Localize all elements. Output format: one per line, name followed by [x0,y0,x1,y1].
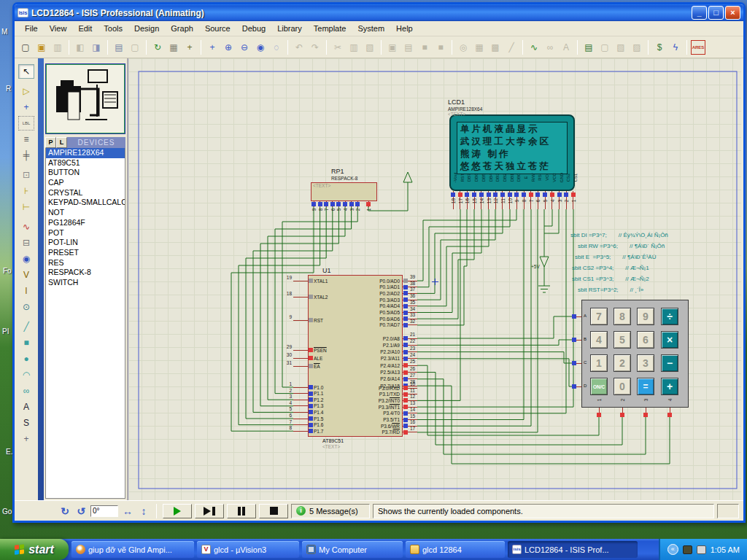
menu-source[interactable]: Source [199,23,236,34]
menu-file[interactable]: File [19,23,44,34]
undo-icon[interactable]: ↶ [292,40,306,55]
device-item-crystal[interactable]: CRYSTAL [46,188,125,198]
keypad-key-÷[interactable]: ÷ [661,308,678,325]
keypad-key-−[interactable]: − [661,354,678,372]
keypad-key-=[interactable]: = [637,378,654,395]
tray-device-icon[interactable] [697,545,706,554]
device-item-pg12864f[interactable]: PG12864F [46,218,125,228]
bill-of-materials-icon[interactable]: $ [652,40,667,55]
flip-vertical-icon[interactable]: ↕ [137,505,150,517]
device-item-ampire128x64[interactable]: AMPIRE128X64 [46,148,125,158]
netlist-to-ares-icon[interactable]: ARES [691,40,705,55]
current-probe-icon[interactable]: I [18,284,34,298]
message-indicator[interactable]: i 5 Message(s) [291,504,370,518]
redraw-icon[interactable]: ↻ [150,40,165,55]
device-item-preset[interactable]: PRESET [46,248,125,258]
packaging-tool-icon[interactable]: ▩ [488,40,503,55]
desktop-icon-label[interactable]: M [1,28,7,36]
step-button[interactable] [195,504,224,518]
new-sheet-icon[interactable]: ▢ [597,40,612,55]
origin-icon[interactable]: + [182,40,197,55]
keypad-key-ON/C[interactable]: ON/C [590,378,608,395]
2d-symbol-icon[interactable]: S [18,416,34,430]
menu-system[interactable]: System [352,23,390,34]
junction-dot-icon[interactable]: + [18,100,34,114]
wire-label-icon[interactable]: LBL [18,116,34,131]
start-button[interactable]: start [0,539,69,560]
menu-template[interactable]: Template [308,23,352,34]
maximize-button[interactable]: □ [708,6,724,20]
2d-text-icon[interactable]: A [18,400,34,414]
menu-debug[interactable]: Debug [236,23,271,34]
text-script-icon[interactable]: ≡ [18,132,34,147]
keypad-key-5[interactable]: 5 [614,331,631,349]
keypad-key-6[interactable]: 6 [637,331,654,349]
menu-edit[interactable]: Edit [72,23,98,34]
zoom-area-icon[interactable]: ◌ [269,40,284,55]
bus-icon[interactable]: ╪ [18,148,34,163]
pick-devices-button[interactable]: P [45,137,56,148]
play-button[interactable] [163,504,192,518]
keypad-key-9[interactable]: 9 [637,308,654,325]
menu-help[interactable]: Help [390,23,419,34]
goto-sheet-icon[interactable]: ▨ [630,40,644,55]
tray-camera-icon[interactable] [683,545,692,554]
search-tag-icon[interactable]: ∞ [543,40,557,55]
device-item-res[interactable]: RES [46,258,125,268]
copy-icon[interactable]: ▥ [347,40,361,55]
schematic-canvas[interactable]: LCD1AMPIRE128X64<TEXT>单片机液晶显示武汉理工大学余区熊涛 … [128,58,741,500]
print-icon[interactable]: ▤ [112,40,126,55]
zoom-out-icon[interactable]: ⊖ [237,40,252,55]
menu-graph[interactable]: Graph [165,23,199,34]
device-pin-icon[interactable]: ⊢ [18,200,34,214]
flip-horizontal-icon[interactable]: ↔ [121,505,134,517]
import-section-icon[interactable]: ◧ [73,40,88,55]
keypad-key-4[interactable]: 4 [590,331,608,349]
property-assignment-icon[interactable]: A [559,40,573,55]
desktop-icon-label[interactable]: Go [2,508,12,516]
graph-mode-icon[interactable]: ∿ [18,219,34,234]
save-file-icon[interactable]: ▥ [50,40,65,55]
device-item-pot-lin[interactable]: POT-LIN [46,238,125,248]
taskbar-item-4[interactable]: glcd 12864 [406,541,505,558]
desktop-icon-label[interactable]: PI [2,327,9,335]
menu-design[interactable]: Design [128,23,165,34]
taskbar-item-1[interactable]: giup đỡ vẽ Glnd Ampi... [71,541,194,558]
desktop-icon-label[interactable]: E. [6,448,12,456]
taskbar-item-5[interactable]: isisLCD12864 - ISIS Prof... [508,541,638,558]
device-item-cap[interactable]: CAP [46,178,125,188]
2d-arc-icon[interactable]: ◠ [18,368,34,382]
keypad-key-0[interactable]: 0 [614,378,631,395]
rotate-cw-icon[interactable]: ↻ [58,505,71,517]
desktop-icon-label[interactable]: R [6,85,11,93]
rotate-ccw-icon[interactable]: ↺ [74,505,88,517]
device-item-keypad-smallcalc[interactable]: KEYPAD-SMALLCALC [46,198,125,208]
menu-library[interactable]: Library [271,23,308,34]
new-file-icon[interactable]: ▢ [18,40,33,55]
cut-icon[interactable]: ✂ [330,40,345,55]
device-item-switch[interactable]: SWITCH [46,278,125,288]
zoom-in-icon[interactable]: ⊕ [221,40,236,55]
block-move-icon[interactable]: ▤ [401,40,416,55]
device-item-button[interactable]: BUTTON [46,168,125,178]
2d-line-icon[interactable]: ╱ [18,319,34,334]
mark-output-area-icon[interactable]: ▢ [128,40,142,55]
pause-button[interactable] [227,504,256,518]
voltage-probe-icon[interactable]: V [18,268,34,282]
design-explorer-icon[interactable]: ▤ [581,40,596,55]
toggle-grid-icon[interactable]: ▦ [166,40,181,55]
selection-pointer-icon[interactable]: ↖ [18,64,34,79]
keypad-key-3[interactable]: 3 [637,354,654,372]
electrical-check-icon[interactable]: ϟ [668,40,683,55]
device-item-respack-8[interactable]: RESPACK-8 [46,268,125,278]
block-delete-icon[interactable]: ■ [433,40,448,55]
keypad-key-×[interactable]: × [661,331,678,349]
keypad-key-2[interactable]: 2 [614,354,631,372]
decompose-icon[interactable]: ╱ [504,40,519,55]
redo-icon[interactable]: ↷ [308,40,322,55]
device-item-pot[interactable]: POT [46,228,125,238]
remove-sheet-icon[interactable]: ▧ [614,40,628,55]
library-button[interactable]: L [56,137,67,148]
close-button[interactable]: × [725,6,740,20]
menu-tools[interactable]: Tools [98,23,128,34]
